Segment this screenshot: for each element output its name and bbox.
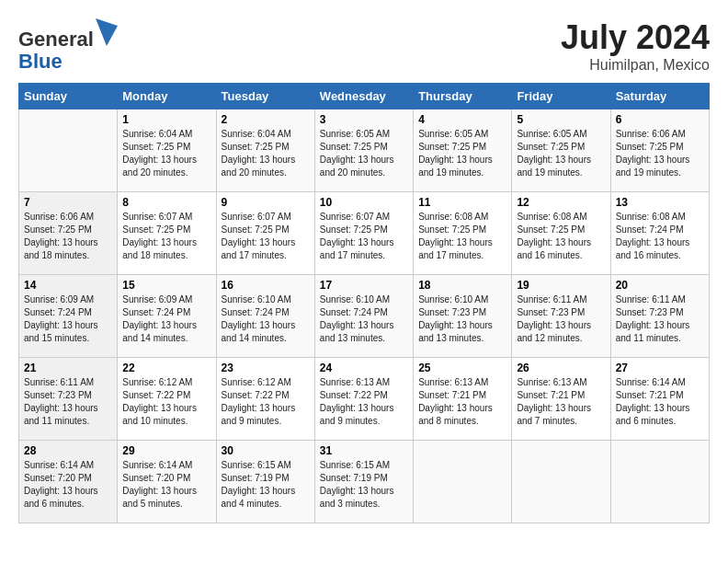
day-number: 22	[122, 362, 210, 374]
weekday-header-monday: Monday	[118, 84, 216, 109]
day-info: Sunrise: 6:06 AMSunset: 7:25 PMDaylight:…	[616, 128, 704, 179]
svg-marker-0	[96, 18, 118, 46]
day-info: Sunrise: 6:10 AMSunset: 7:24 PMDaylight:…	[222, 293, 310, 345]
day-info: Sunrise: 6:13 AMSunset: 7:21 PMDaylight:…	[517, 376, 605, 428]
day-info: Sunrise: 6:07 AMSunset: 7:25 PMDaylight:…	[222, 211, 310, 262]
calendar-week-2: 7Sunrise: 6:06 AMSunset: 7:25 PMDaylight…	[19, 192, 710, 275]
day-info: Sunrise: 6:05 AMSunset: 7:25 PMDaylight:…	[418, 128, 506, 179]
weekday-header-thursday: Thursday	[414, 84, 512, 109]
day-number: 16	[222, 279, 310, 292]
day-info: Sunrise: 6:09 AMSunset: 7:24 PMDaylight:…	[122, 293, 210, 345]
calendar-cell: 6Sunrise: 6:06 AMSunset: 7:25 PMDaylight…	[610, 109, 709, 192]
calendar-cell	[414, 441, 512, 523]
calendar-cell: 3Sunrise: 6:05 AMSunset: 7:25 PMDaylight…	[314, 109, 413, 192]
calendar-cell: 30Sunrise: 6:15 AMSunset: 7:19 PMDayligh…	[216, 441, 314, 523]
day-info: Sunrise: 6:07 AMSunset: 7:25 PMDaylight:…	[122, 211, 210, 262]
logo-general: General	[18, 28, 94, 51]
day-info: Sunrise: 6:14 AMSunset: 7:20 PMDaylight:…	[122, 459, 210, 511]
logo-blue-text: Blue	[18, 51, 118, 73]
weekday-header-saturday: Saturday	[610, 84, 709, 109]
day-info: Sunrise: 6:08 AMSunset: 7:25 PMDaylight:…	[517, 211, 605, 262]
day-info: Sunrise: 6:14 AMSunset: 7:20 PMDaylight:…	[24, 459, 112, 511]
day-number: 5	[517, 113, 605, 126]
day-number: 9	[222, 196, 310, 209]
calendar-cell: 10Sunrise: 6:07 AMSunset: 7:25 PMDayligh…	[314, 192, 413, 275]
calendar-cell: 23Sunrise: 6:12 AMSunset: 7:22 PMDayligh…	[216, 358, 314, 441]
calendar-cell: 16Sunrise: 6:10 AMSunset: 7:24 PMDayligh…	[216, 275, 314, 358]
day-number: 18	[418, 279, 506, 292]
calendar-cell	[610, 441, 709, 523]
calendar-cell	[19, 109, 118, 192]
day-info: Sunrise: 6:12 AMSunset: 7:22 PMDaylight:…	[122, 376, 210, 428]
day-number: 25	[418, 362, 506, 374]
day-number: 19	[517, 279, 605, 292]
month-title: July 2024	[561, 18, 710, 57]
day-info: Sunrise: 6:14 AMSunset: 7:21 PMDaylight:…	[616, 376, 704, 428]
page-header: General Blue July 2024 Huimilpan, Mexico	[18, 18, 710, 74]
day-number: 3	[320, 113, 408, 126]
calendar-cell: 4Sunrise: 6:05 AMSunset: 7:25 PMDaylight…	[414, 109, 512, 192]
calendar-cell: 5Sunrise: 6:05 AMSunset: 7:25 PMDaylight…	[512, 109, 610, 192]
day-number: 6	[616, 113, 704, 126]
day-info: Sunrise: 6:05 AMSunset: 7:25 PMDaylight:…	[517, 128, 605, 179]
day-number: 13	[616, 196, 704, 209]
day-number: 26	[517, 362, 605, 374]
day-number: 11	[418, 196, 506, 209]
calendar-cell: 15Sunrise: 6:09 AMSunset: 7:24 PMDayligh…	[118, 275, 216, 358]
day-info: Sunrise: 6:08 AMSunset: 7:25 PMDaylight:…	[418, 211, 506, 262]
day-info: Sunrise: 6:11 AMSunset: 7:23 PMDaylight:…	[517, 293, 605, 345]
day-info: Sunrise: 6:15 AMSunset: 7:19 PMDaylight:…	[222, 459, 310, 511]
calendar-cell: 14Sunrise: 6:09 AMSunset: 7:24 PMDayligh…	[19, 275, 118, 358]
calendar-cell: 22Sunrise: 6:12 AMSunset: 7:22 PMDayligh…	[118, 358, 216, 441]
calendar-week-3: 14Sunrise: 6:09 AMSunset: 7:24 PMDayligh…	[19, 275, 710, 358]
day-number: 12	[517, 196, 605, 209]
calendar-body: 1Sunrise: 6:04 AMSunset: 7:25 PMDaylight…	[19, 109, 710, 523]
calendar-header: SundayMondayTuesdayWednesdayThursdayFrid…	[19, 84, 710, 109]
calendar-cell: 28Sunrise: 6:14 AMSunset: 7:20 PMDayligh…	[19, 441, 118, 523]
calendar-cell: 31Sunrise: 6:15 AMSunset: 7:19 PMDayligh…	[314, 441, 413, 523]
day-info: Sunrise: 6:07 AMSunset: 7:25 PMDaylight:…	[320, 211, 408, 262]
day-number: 2	[222, 113, 310, 126]
day-number: 20	[616, 279, 704, 292]
day-number: 31	[320, 444, 408, 457]
calendar-cell: 19Sunrise: 6:11 AMSunset: 7:23 PMDayligh…	[512, 275, 610, 358]
day-info: Sunrise: 6:15 AMSunset: 7:19 PMDaylight:…	[320, 459, 408, 511]
calendar-cell: 20Sunrise: 6:11 AMSunset: 7:23 PMDayligh…	[610, 275, 709, 358]
weekday-header-friday: Friday	[512, 84, 610, 109]
location: Huimilpan, Mexico	[561, 57, 710, 74]
calendar-cell: 12Sunrise: 6:08 AMSunset: 7:25 PMDayligh…	[512, 192, 610, 275]
logo: General Blue	[18, 18, 118, 73]
calendar-cell: 7Sunrise: 6:06 AMSunset: 7:25 PMDaylight…	[19, 192, 118, 275]
day-info: Sunrise: 6:04 AMSunset: 7:25 PMDaylight:…	[122, 128, 210, 179]
day-info: Sunrise: 6:09 AMSunset: 7:24 PMDaylight:…	[24, 293, 112, 345]
day-number: 4	[418, 113, 506, 126]
calendar-week-1: 1Sunrise: 6:04 AMSunset: 7:25 PMDaylight…	[19, 109, 710, 192]
calendar-cell: 18Sunrise: 6:10 AMSunset: 7:23 PMDayligh…	[414, 275, 512, 358]
day-info: Sunrise: 6:10 AMSunset: 7:24 PMDaylight:…	[320, 293, 408, 345]
day-number: 27	[616, 362, 704, 374]
weekday-header-tuesday: Tuesday	[216, 84, 314, 109]
day-number: 29	[122, 444, 210, 457]
day-number: 30	[222, 444, 310, 457]
calendar-cell: 21Sunrise: 6:11 AMSunset: 7:23 PMDayligh…	[19, 358, 118, 441]
day-number: 10	[320, 196, 408, 209]
day-info: Sunrise: 6:06 AMSunset: 7:25 PMDaylight:…	[24, 211, 112, 262]
day-number: 21	[24, 362, 112, 374]
day-number: 24	[320, 362, 408, 374]
day-number: 17	[320, 279, 408, 292]
day-number: 23	[222, 362, 310, 374]
calendar-week-4: 21Sunrise: 6:11 AMSunset: 7:23 PMDayligh…	[19, 358, 710, 441]
day-number: 8	[122, 196, 210, 209]
day-number: 1	[122, 113, 210, 126]
weekday-header-sunday: Sunday	[19, 84, 118, 109]
calendar-cell: 29Sunrise: 6:14 AMSunset: 7:20 PMDayligh…	[118, 441, 216, 523]
day-info: Sunrise: 6:13 AMSunset: 7:21 PMDaylight:…	[418, 376, 506, 428]
calendar-cell: 8Sunrise: 6:07 AMSunset: 7:25 PMDaylight…	[118, 192, 216, 275]
calendar-cell: 11Sunrise: 6:08 AMSunset: 7:25 PMDayligh…	[414, 192, 512, 275]
title-block: July 2024 Huimilpan, Mexico	[561, 18, 710, 74]
day-info: Sunrise: 6:08 AMSunset: 7:24 PMDaylight:…	[616, 211, 704, 262]
day-number: 15	[122, 279, 210, 292]
weekday-row: SundayMondayTuesdayWednesdayThursdayFrid…	[19, 84, 710, 109]
weekday-header-wednesday: Wednesday	[314, 84, 413, 109]
calendar-cell: 26Sunrise: 6:13 AMSunset: 7:21 PMDayligh…	[512, 358, 610, 441]
